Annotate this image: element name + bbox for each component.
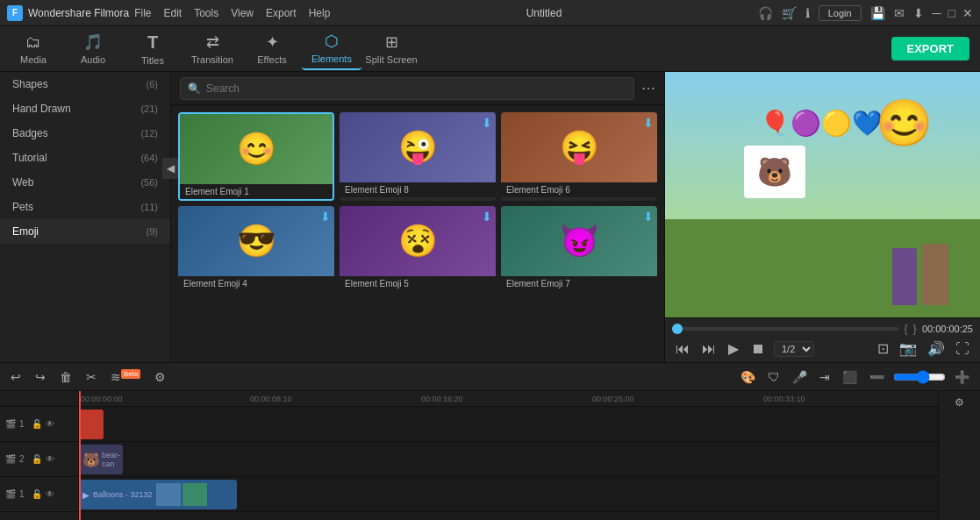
sidebar-item-shapes[interactable]: Shapes (6) [0,72,170,96]
tool-audio[interactable]: 🎵 Audio [63,28,123,70]
window-controls: ─ □ ✕ [933,6,973,20]
grid-item-emoji4[interactable]: 😎 ⬇ Element Emoji 4 [178,206,334,291]
clip-balloons[interactable]: ▶ Balloons - 32132 [79,480,237,509]
play-button[interactable]: ▶ [725,338,742,359]
sidebar-count-hand-drawn: (21) [140,103,158,114]
headset-icon[interactable]: 🎧 [758,6,773,20]
grid-item-label-emoji6: Element Emoji 6 [501,182,657,197]
app-name: Wondershare Filmora [28,7,129,19]
clip-cut-1[interactable] [79,410,104,439]
tool-media[interactable]: 🗂 Media [4,28,63,70]
grid-item-emoji7[interactable]: 😈 ⬇ Element Emoji 7 [501,206,657,291]
progress-thumb[interactable] [672,324,683,334]
download-icon-4[interactable]: ⬇ [320,210,331,224]
sidebar-item-badges[interactable]: Badges (12) [0,121,170,146]
emoji-icon-8: 😜 [398,129,438,166]
maximize-button[interactable]: □ [948,6,955,20]
tool-effects-label: Effects [257,54,286,65]
download-icon-6[interactable]: ⬇ [643,210,654,224]
menu-view[interactable]: View [231,7,254,19]
playhead[interactable] [79,391,81,520]
menu-file[interactable]: File [134,7,151,19]
track-lock-3[interactable]: 🔓 [32,489,42,499]
sidebar-item-tutorial[interactable]: Tutorial (64) [0,146,170,170]
grid-item-emoji8[interactable]: 😜 ⬇ Element Emoji 8 [340,112,496,201]
search-box[interactable]: 🔍 [180,77,634,100]
clip-bear[interactable]: 🐻 bear-can [79,445,123,474]
grid-item-thumb-emoji8: 😜 ⬇ [340,112,496,182]
tool-titles[interactable]: T Titles [123,28,182,70]
menu-export[interactable]: Export [266,7,297,19]
frame-back-button[interactable]: ⏭ [698,339,719,359]
add-track-button[interactable]: 🎨 [737,368,759,386]
minimize-button[interactable]: ─ [933,6,941,20]
zoom-in-button[interactable]: ➕ [951,368,973,386]
tool-media-label: Media [20,54,46,65]
preview-scene: 🎈🟣🟡💙⭐ 😊 🐻 [665,72,980,317]
zoom-slider[interactable] [893,370,946,384]
tool-splitscreen[interactable]: ⊞ Split Screen [361,28,421,70]
close-button[interactable]: ✕ [962,6,973,20]
export-button[interactable]: EXPORT [891,37,969,61]
track-lock-1[interactable]: 🔓 [32,419,42,429]
cut-button[interactable]: ✂ [82,368,100,386]
tool-transition[interactable]: ⇄ Transition [182,28,242,70]
cart-icon[interactable]: 🛒 [782,6,797,20]
info-icon[interactable]: ℹ [805,6,810,20]
download-icon-5[interactable]: ⬇ [482,210,492,224]
message-icon[interactable]: ✉ [894,6,905,20]
skip-back-button[interactable]: ⏮ [672,339,693,359]
sidebar-item-web[interactable]: Web (56) [0,170,170,195]
login-button[interactable]: Login [819,5,862,21]
tool-elements[interactable]: ⬡ Elements [302,28,361,70]
ripple-button[interactable]: ⇥ [816,368,833,386]
mic-button[interactable]: 🎤 [789,368,811,386]
smiley-overlay: 😊 [876,96,933,150]
sidebar-item-pets[interactable]: Pets (11) [0,195,170,219]
timeline-settings-button[interactable]: ⚙ [951,395,968,410]
download-icon-3[interactable]: ⬇ [643,116,654,130]
settings-button[interactable]: ⚙ [151,368,169,386]
download-icon[interactable]: ⬇ [913,6,924,20]
menu-help[interactable]: Help [309,7,331,19]
menu-tools[interactable]: Tools [194,7,218,19]
track-visibility-1[interactable]: 👁 [46,419,54,429]
fullscreen-button[interactable]: ⛶ [952,338,973,359]
delete-button[interactable]: 🗑 [56,368,75,386]
person-2 [892,248,917,305]
search-input[interactable] [206,82,626,95]
audio-button[interactable]: 🔊 [924,338,948,359]
track-type-icon-2: 🎬 [5,454,16,464]
snapshot-button[interactable]: 📷 [896,338,920,359]
menu-edit[interactable]: Edit [164,7,182,19]
title-bar-right: 🎧 🛒 ℹ Login 💾 ✉ ⬇ ─ □ ✕ [758,5,973,21]
track-visibility-3[interactable]: 👁 [46,489,54,499]
save-icon[interactable]: 💾 [870,6,885,20]
shield-button[interactable]: 🛡 [764,368,783,386]
redo-button[interactable]: ↪ [32,368,49,386]
more-options-icon[interactable]: ⋯ [641,80,655,96]
emoji-icon-6: 😝 [560,129,599,166]
sidebar-item-hand-drawn[interactable]: Hand Drawn (21) [0,96,170,121]
track-lock-2[interactable]: 🔓 [32,454,42,464]
stop-button[interactable]: ⏹ [748,339,769,359]
audio-stretch-button[interactable]: ≋Beta [107,368,144,386]
sidebar-count-badges: (12) [140,128,158,139]
undo-button[interactable]: ↩ [7,368,25,386]
panel-collapse-btn[interactable]: ◀ [162,158,178,179]
captions-button[interactable]: ⬛ [839,368,861,386]
download-icon-2[interactable]: ⬇ [482,116,492,130]
grid-item-emoji6[interactable]: 😝 ⬇ Element Emoji 6 [501,112,657,201]
tool-effects[interactable]: ✦ Effects [242,28,302,70]
sidebar-item-emoji[interactable]: Emoji (9) [0,219,170,244]
progress-bar[interactable] [672,327,898,331]
track-number-1: 1 [19,419,25,429]
track-visibility-2[interactable]: 👁 [46,454,54,464]
zoom-out-button[interactable]: ➖ [866,368,888,386]
grid-item-emoji5[interactable]: 😵 ⬇ Element Emoji 5 [340,206,496,291]
grid-item-emoji1[interactable]: 😊 Element Emoji 1 [178,112,334,201]
speed-selector[interactable]: 1/2 1/1 2x [774,341,814,357]
preview-controls: { } 00:00:00:25 ⏮ ⏭ ▶ ⏹ 1/2 1/1 2x ⊡ 📷 🔊 [665,317,980,362]
fit-preview-button[interactable]: ⊡ [874,338,892,359]
title-bar: F Wondershare Filmora File Edit Tools Vi… [0,0,980,26]
